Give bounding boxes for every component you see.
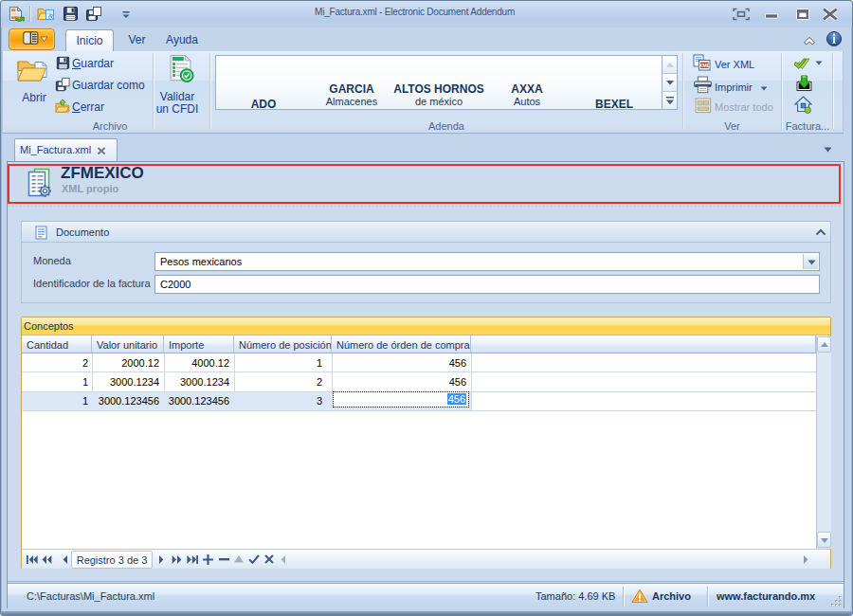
svg-text:XML: XML xyxy=(699,63,711,68)
